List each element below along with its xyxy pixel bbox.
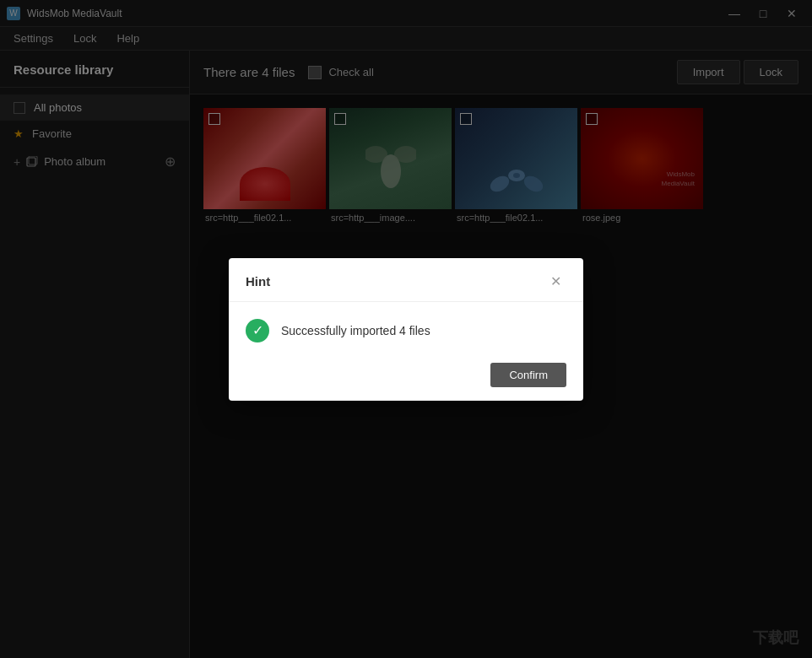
success-icon: ✓ (246, 319, 269, 342)
dialog-header: Hint ✕ (229, 258, 583, 302)
dialog-close-button[interactable]: ✕ (545, 272, 566, 291)
dialog-backdrop: Hint ✕ ✓ Successfully imported 4 files C… (0, 0, 812, 658)
dialog-message: Successfully imported 4 files (281, 324, 430, 337)
dialog-footer: Confirm (229, 356, 583, 401)
hint-dialog: Hint ✕ ✓ Successfully imported 4 files C… (229, 258, 583, 401)
dialog-body: ✓ Successfully imported 4 files (229, 302, 583, 356)
confirm-button[interactable]: Confirm (490, 363, 566, 387)
dialog-title: Hint (246, 274, 270, 289)
